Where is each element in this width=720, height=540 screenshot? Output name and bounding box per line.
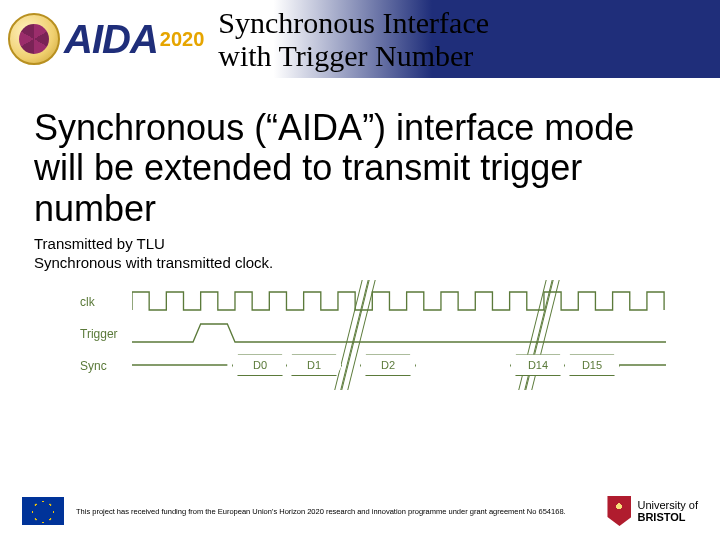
- data-bit-d2: D2: [360, 354, 416, 376]
- slide-footer: This project has received funding from t…: [0, 496, 720, 526]
- logo-wordmark: AIDA2020: [64, 17, 204, 62]
- slide-body: Synchronous (“AIDA”) interface mode will…: [0, 78, 720, 382]
- bristol-line-1: University of: [637, 499, 698, 511]
- signal-row-trigger: Trigger: [80, 318, 666, 350]
- signal-wave-trigger: [132, 320, 666, 348]
- logo-year: 2020: [160, 28, 205, 50]
- signal-wave-sync: D0 D1 D2 D14 D15: [132, 352, 666, 380]
- data-bit-d0: D0: [232, 354, 288, 376]
- eu-flag-icon: [22, 497, 64, 525]
- funding-acknowledgement: This project has received funding from t…: [76, 507, 595, 516]
- subtext-2: Synchronous with transmitted clock.: [34, 254, 686, 273]
- slide-title: Synchronous Interface with Trigger Numbe…: [218, 6, 489, 72]
- title-line-2: with Trigger Number: [218, 39, 489, 72]
- bristol-logo: University of BRISTOL: [607, 496, 698, 526]
- logo-name: AIDA: [64, 17, 158, 61]
- signal-row-sync: Sync D0 D1 D2 D14 D15: [80, 350, 666, 382]
- signal-wave-clk: [132, 288, 666, 316]
- slide-header: AIDA2020 Synchronous Interface with Trig…: [0, 0, 720, 78]
- data-bit-d15: D15: [564, 354, 620, 376]
- subtext-1: Transmitted by TLU: [34, 235, 686, 254]
- bristol-text: University of BRISTOL: [637, 499, 698, 523]
- headline: Synchronous (“AIDA”) interface mode will…: [34, 108, 686, 229]
- signal-row-clk: clk: [80, 286, 666, 318]
- signal-label-trigger: Trigger: [80, 327, 132, 341]
- bristol-crest-icon: [607, 496, 631, 526]
- signal-label-clk: clk: [80, 295, 132, 309]
- data-bit-d14: D14: [510, 354, 566, 376]
- data-bit-d1: D1: [286, 354, 342, 376]
- aida-logo: AIDA2020: [8, 13, 204, 65]
- timing-diagram: clk Trigger Sync D0: [80, 286, 666, 382]
- title-line-1: Synchronous Interface: [218, 6, 489, 39]
- bristol-line-2: BRISTOL: [637, 511, 698, 523]
- logo-medallion-icon: [8, 13, 60, 65]
- signal-label-sync: Sync: [80, 359, 132, 373]
